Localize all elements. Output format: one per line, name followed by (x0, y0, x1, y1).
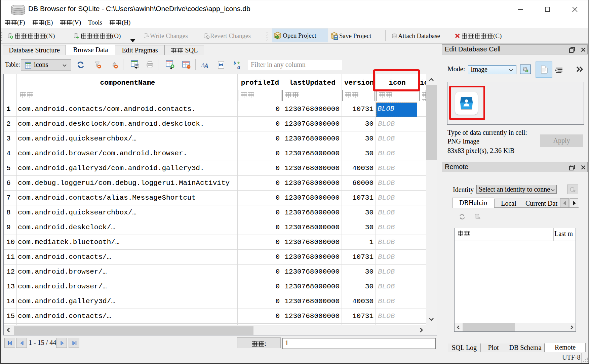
svg-text:b: b (234, 61, 236, 66)
svg-text:a: a (237, 64, 240, 70)
svg-text:A: A (204, 63, 208, 69)
